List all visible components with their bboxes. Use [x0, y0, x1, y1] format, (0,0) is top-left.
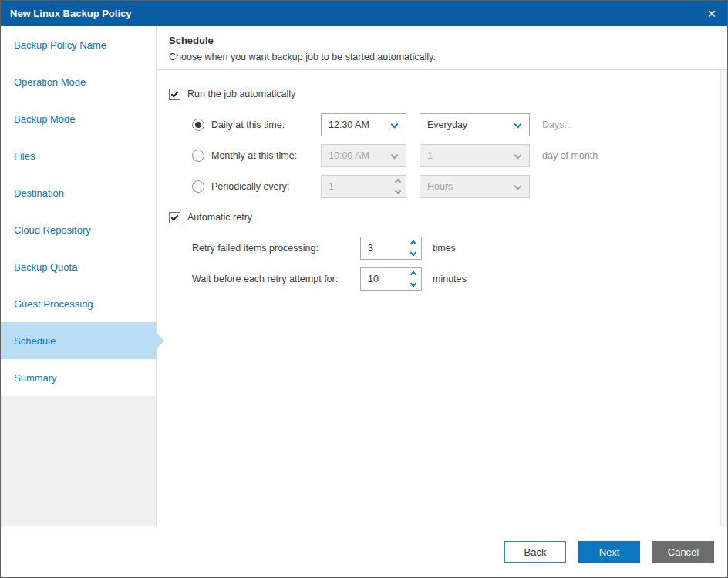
day-of-month-label: day of month — [542, 150, 598, 161]
automatic-retry-row: Automatic retry — [169, 211, 727, 223]
check-icon — [171, 89, 179, 97]
step-title: Schedule — [169, 35, 715, 46]
run-automatically-label: Run the job automatically — [187, 89, 295, 99]
periodically-value: 1 — [329, 181, 334, 192]
retry-wait-value: 10 — [368, 274, 379, 284]
chevron-down-icon[interactable] — [410, 281, 416, 287]
retry-count-label: Retry failed items processing: — [192, 243, 318, 254]
titlebar: New Linux Backup Policy ✕ — [1, 1, 727, 26]
scrollbar[interactable] — [720, 70, 727, 526]
retry-count-row: Retry failed items processing: 3 times — [192, 237, 727, 260]
run-automatically-checkbox[interactable] — [169, 89, 180, 100]
periodically-row: Periodically every: 1 Hours — [192, 175, 727, 198]
chevron-up-icon — [395, 179, 401, 185]
sidebar-item-files[interactable]: Files — [1, 137, 156, 174]
run-automatically-row: Run the job automatically — [169, 88, 727, 100]
sidebar-item-destination[interactable]: Destination — [1, 174, 156, 211]
cancel-button[interactable]: Cancel — [652, 541, 714, 563]
daily-time-select[interactable]: 12:30 AM — [321, 113, 406, 136]
chevron-down-icon — [391, 121, 399, 129]
retry-count-suffix: times — [433, 243, 456, 254]
periodically-value-spinner: 1 — [321, 175, 406, 198]
automatic-retry-label: Automatic retry — [187, 212, 252, 223]
step-subtitle: Choose when you want backup job to be st… — [169, 52, 715, 62]
monthly-day-select: 1 — [420, 144, 530, 167]
retry-wait-label: Wait before each retry attempt for: — [192, 274, 338, 284]
monthly-time-value: 10:00 AM — [329, 150, 369, 161]
periodically-label: Periodically every: — [211, 181, 289, 192]
window-title: New Linux Backup Policy — [10, 8, 707, 19]
monthly-label: Monthly at this time: — [211, 150, 297, 161]
chevron-down-icon — [514, 121, 522, 129]
step-header: Schedule Choose when you want backup job… — [157, 26, 727, 70]
back-button[interactable]: Back — [504, 541, 566, 563]
monthly-row: Monthly at this time: 10:00 AM 1 day of … — [192, 144, 727, 167]
retry-count-value: 3 — [368, 243, 373, 254]
sidebar-item-schedule[interactable]: Schedule — [1, 322, 156, 359]
footer-bar: Back Next Cancel — [1, 526, 727, 577]
sidebar: Backup Policy Name Operation Mode Backup… — [1, 26, 157, 526]
check-icon — [171, 213, 179, 220]
close-icon[interactable]: ✕ — [707, 8, 716, 19]
wizard-body: Backup Policy Name Operation Mode Backup… — [1, 26, 727, 526]
periodically-radio[interactable] — [192, 180, 204, 193]
sidebar-item-backup-mode[interactable]: Backup Mode — [1, 100, 156, 137]
chevron-up-icon[interactable] — [410, 271, 416, 277]
chevron-down-icon — [514, 183, 522, 190]
chevron-down-icon — [514, 152, 522, 160]
main-panel: Schedule Choose when you want backup job… — [157, 26, 727, 526]
retry-wait-suffix: minutes — [433, 274, 467, 284]
daily-label: Daily at this time: — [211, 119, 285, 130]
retry-wait-spinner[interactable]: 10 — [360, 267, 422, 291]
daily-frequency-value: Everyday — [427, 119, 467, 130]
daily-row: Daily at this time: 12:30 AM Everyday Da… — [192, 113, 727, 136]
chevron-down-icon — [395, 188, 401, 194]
monthly-day-value: 1 — [427, 150, 433, 161]
chevron-up-icon[interactable] — [410, 240, 416, 247]
days-placeholder: Days... — [542, 119, 572, 130]
sidebar-item-backup-quota[interactable]: Backup Quota — [1, 248, 156, 285]
automatic-retry-checkbox[interactable] — [169, 212, 180, 223]
next-button[interactable]: Next — [578, 541, 640, 563]
monthly-time-select: 10:00 AM — [321, 144, 406, 167]
periodically-unit-value: Hours — [427, 181, 453, 192]
retry-wait-row: Wait before each retry attempt for: 10 m… — [192, 267, 727, 291]
periodically-unit-select: Hours — [420, 175, 530, 198]
daily-frequency-select[interactable]: Everyday — [420, 113, 530, 136]
chevron-down-icon — [391, 152, 399, 160]
sidebar-filler — [1, 396, 156, 526]
wizard-window: New Linux Backup Policy ✕ Backup Policy … — [0, 0, 728, 578]
sidebar-item-summary[interactable]: Summary — [1, 359, 156, 396]
retry-count-spinner[interactable]: 3 — [360, 237, 422, 260]
monthly-radio[interactable] — [192, 150, 204, 162]
daily-radio[interactable] — [192, 119, 204, 131]
daily-time-value: 12:30 AM — [329, 119, 369, 130]
sidebar-item-cloud-repository[interactable]: Cloud Repository — [1, 211, 156, 248]
step-content: Run the job automatically Daily at this … — [157, 70, 727, 526]
chevron-down-icon[interactable] — [410, 250, 416, 256]
sidebar-item-guest-processing[interactable]: Guest Processing — [1, 285, 156, 322]
sidebar-item-backup-policy-name[interactable]: Backup Policy Name — [1, 26, 156, 63]
sidebar-item-operation-mode[interactable]: Operation Mode — [1, 63, 156, 100]
